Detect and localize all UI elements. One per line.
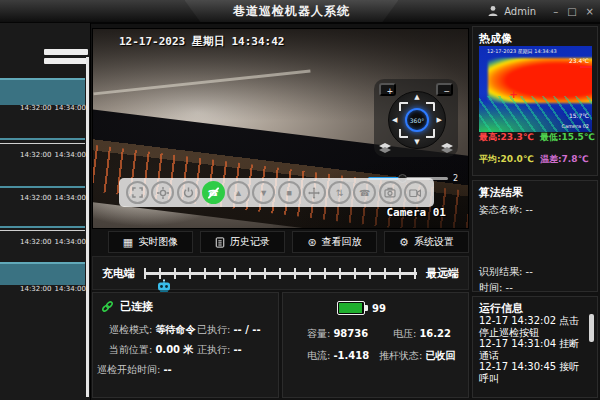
camera-label: Camera 01 [386, 206, 446, 219]
battery-capacity: 容量:98736 [307, 327, 368, 341]
tab-playback[interactable]: ⊛ 查看回放 [292, 231, 377, 253]
thermal-spot-max: 23.4℃ [569, 57, 589, 64]
up-down-arrows-icon: ⇅ [336, 188, 344, 198]
center-pan-button[interactable] [151, 181, 174, 204]
farthest-end-label: 最远端 [426, 266, 459, 281]
tick-label: 14:32:00 [20, 104, 51, 112]
tick-label: 14:32:00 [20, 285, 51, 293]
tab-settings[interactable]: ⚙ 系统设置 [384, 231, 469, 253]
user-name: Admin [504, 6, 536, 17]
tick-label: 14:34:00 [55, 104, 86, 112]
tab-label: 系统设置 [414, 235, 454, 249]
thermal-crosshair-icon: + [510, 89, 518, 100]
phone-icon: ☎ [359, 188, 370, 198]
mini-chart-area-1 [0, 78, 85, 105]
bracket-icon [399, 129, 408, 138]
run-info-panel: 运行信息 12-17 14:32:02 点击停止巡检按钮 12-17 14:31… [472, 296, 598, 398]
battery-icon [337, 301, 365, 315]
chart-3-axis: 14:32:00 14:34:00 [20, 194, 86, 202]
min-temp: 最低:15.5℃ [540, 131, 595, 144]
user-icon [487, 5, 499, 17]
charging-end-label: 充电端 [102, 266, 135, 281]
max-marker-line [580, 66, 592, 68]
up-triangle-icon: ▲ [234, 188, 243, 198]
minimize-button[interactable]: – [553, 6, 558, 17]
move-mode-button[interactable] [303, 181, 326, 204]
chart-2-axis: 14:32:00 14:34:00 [20, 151, 86, 159]
bracket-icon [426, 129, 435, 138]
tab-live-image[interactable]: ▦ 实时图像 [108, 231, 193, 253]
ptz-down-button[interactable]: ▼ [414, 139, 419, 146]
pose-name: 姿态名称: -- [479, 203, 533, 217]
zoom-in-button[interactable]: + [379, 83, 396, 96]
hangup-call-button[interactable]: ☎ [202, 181, 225, 204]
snapshot-button[interactable] [379, 181, 402, 204]
thermal-imaging-panel: 热成像 12-17-2023 星期日 14:34:43 23.4℃ + 15.7… [472, 26, 598, 176]
log-entry: 12-17 14:30:45 接听呼叫 [479, 361, 587, 384]
inspection-start-time: 巡检开始时间:-- [97, 363, 172, 377]
avg-temp: 平均:20.0℃ [479, 153, 534, 166]
user-menu[interactable]: Admin [487, 0, 536, 22]
diff-temp: 温差:7.8℃ [540, 153, 588, 166]
tab-history[interactable]: 历史记录 [200, 231, 285, 253]
ptz-right-button[interactable]: ▶ [437, 117, 442, 124]
thermal-spot-min: 15.7℃ [569, 112, 589, 119]
battery-indicator: 99 [337, 301, 386, 315]
ptz-360-button[interactable]: 360° [405, 108, 429, 132]
chart-4-baseline [0, 230, 85, 231]
sidebar-scrollbar[interactable] [86, 57, 89, 397]
thermal-camera-label: Camera 02 [561, 123, 589, 129]
tick-label: 14:34:00 [55, 151, 86, 159]
bracket-icon [399, 102, 408, 111]
link-icon [101, 300, 114, 313]
slider-value: 2 [453, 174, 458, 183]
photo-camera-icon [384, 187, 396, 198]
move-down-button[interactable]: ▼ [252, 181, 275, 204]
recognition-result: 识别结果: -- [479, 265, 533, 279]
power-icon [183, 187, 194, 198]
mini-chart-line-4 [0, 226, 85, 228]
tab-label: 实时图像 [138, 235, 178, 249]
move-up-button[interactable]: ▲ [227, 181, 250, 204]
chart-5-axis: 14:32:00 14:34:00 [20, 285, 86, 293]
battery-voltage: 电压:16.22 [393, 327, 451, 341]
tick-label: 14:34:00 [55, 285, 86, 293]
call-button[interactable]: ☎ [353, 181, 376, 204]
mini-chart-area-5 [0, 262, 85, 285]
video-camera-icon [409, 188, 421, 198]
algorithm-title: 算法结果 [479, 185, 523, 200]
currently-executing: 正执行:-- [197, 343, 242, 357]
thermal-title: 热成像 [479, 31, 512, 46]
battery-level: 99 [372, 303, 386, 314]
log-scrollbar[interactable] [589, 314, 594, 342]
layers-icon[interactable] [441, 143, 453, 154]
close-button[interactable]: × [586, 6, 594, 17]
crosshair-icon [157, 187, 169, 199]
window-controls: – □ × [553, 0, 594, 22]
document-icon [215, 237, 225, 248]
rail-position-panel: 充电端 最远端 [92, 256, 469, 290]
ptz-up-button[interactable]: ▲ [414, 94, 419, 101]
tab-label: 历史记录 [230, 235, 270, 249]
power-button[interactable] [177, 181, 200, 204]
fullscreen-button[interactable] [126, 181, 149, 204]
connection-label: 已连接 [120, 299, 153, 314]
stop-button[interactable]: ■ [278, 181, 301, 204]
app-title-banner: 巷道巡检机器人系统 [184, 0, 398, 22]
record-button[interactable] [404, 181, 427, 204]
preset-layers-icon[interactable] [379, 143, 391, 154]
step-move-button[interactable]: ⇅ [328, 181, 351, 204]
app-window: 巷道巡检机器人系统 Admin – □ × 14:32:00 14:34:00 … [0, 0, 600, 400]
ptz-left-button[interactable]: ◀ [392, 117, 397, 124]
run-log-list[interactable]: 12-17 14:32:02 点击停止巡检按钮 12-17 14:31:04 挂… [479, 315, 587, 384]
zoom-out-button[interactable]: − [436, 83, 453, 96]
tick-label: 14:34:00 [55, 194, 86, 202]
stop-square-icon: ■ [286, 188, 291, 198]
tick-label: 14:32:00 [20, 151, 51, 159]
robot-position-icon [156, 279, 172, 293]
tick-label: 14:32:00 [20, 238, 51, 246]
connection-status: 已连接 [101, 299, 153, 314]
down-triangle-icon: ▼ [259, 188, 268, 198]
maximize-button[interactable]: □ [567, 6, 576, 17]
log-entry: 12-17 14:32:02 点击停止巡检按钮 [479, 315, 587, 338]
